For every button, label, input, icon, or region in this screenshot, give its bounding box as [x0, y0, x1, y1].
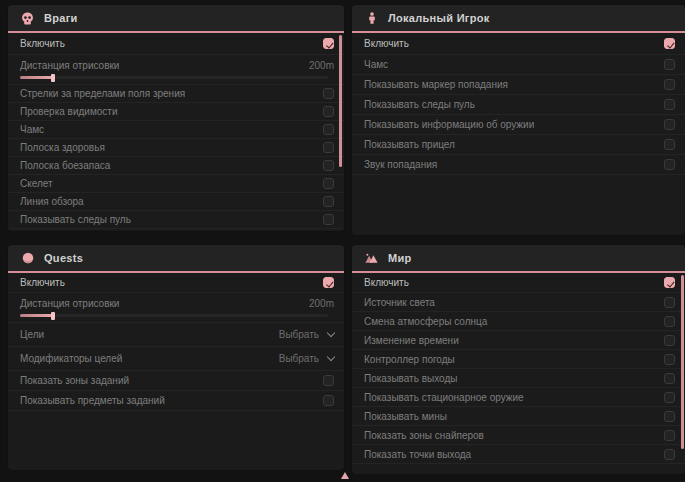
scrollbar[interactable] — [681, 275, 684, 449]
slider-line: Дистанция отрисовки 200m — [20, 58, 334, 72]
option-label: Показывать предметы заданий — [20, 395, 165, 406]
checkbox[interactable] — [323, 178, 334, 189]
checkbox[interactable] — [323, 375, 334, 386]
checkbox[interactable] — [664, 430, 675, 441]
option-label: Чамс — [364, 59, 388, 70]
row-enemies-ammo-bar[interactable]: Полоска боезапаса — [8, 157, 344, 175]
row-enemies-enable[interactable]: Включить — [8, 33, 344, 55]
enemies-draw-distance-slider[interactable] — [20, 76, 328, 79]
checkbox[interactable] — [664, 411, 675, 422]
slider-handle[interactable] — [51, 312, 55, 320]
quests-enable-checkbox[interactable] — [323, 277, 334, 288]
row-local-bullet-trails[interactable]: Показывать следы пуль — [352, 95, 685, 115]
row-local-hit-sound[interactable]: Звук попадания — [352, 155, 685, 175]
row-world-sniper-zones[interactable]: Показать зоны снайперов — [352, 426, 685, 445]
checkbox[interactable] — [664, 59, 675, 70]
checkbox[interactable] — [323, 196, 334, 207]
slider-line: Дистанция отрисовки 200m — [20, 296, 334, 310]
row-enemies-bullet-trails[interactable]: Показывать следы пуль — [8, 211, 344, 229]
slider-handle[interactable] — [51, 74, 55, 82]
option-label: Показывать маркер попадания — [364, 79, 508, 90]
mouse-cursor — [341, 472, 349, 479]
row-enemies-draw-distance: Дистанция отрисовки 200m — [8, 55, 344, 85]
checkbox[interactable] — [323, 88, 334, 99]
option-label: Показывать мины — [364, 411, 447, 422]
option-label: Показать точки выхода — [364, 449, 471, 460]
checkbox[interactable] — [664, 335, 675, 346]
row-world-time-change[interactable]: Изменение времени — [352, 331, 685, 350]
row-world-exits[interactable]: Показывать выходы — [352, 369, 685, 388]
row-world-weather-controller[interactable]: Контроллер погоды — [352, 350, 685, 369]
row-local-weapon-info[interactable]: Показывать информацию об оружии — [352, 115, 685, 135]
option-label: Чамс — [20, 124, 44, 135]
mountain-icon — [364, 251, 379, 266]
row-world-stationary-weapons[interactable]: Показывать стационарное оружие — [352, 388, 685, 407]
checkbox[interactable] — [323, 106, 334, 117]
checkbox[interactable] — [664, 99, 675, 110]
checkbox[interactable] — [664, 354, 675, 365]
option-label: Стрелки за пределами поля зрения — [20, 88, 185, 99]
option-label: Показывать следы пуль — [20, 214, 131, 225]
row-quests-enable[interactable]: Включить — [8, 273, 344, 293]
row-world-light-source[interactable]: Источник света — [352, 293, 685, 312]
panel-world-header[interactable]: Мир — [352, 245, 685, 273]
local-enable-checkbox[interactable] — [664, 38, 675, 49]
goal-modifiers-dropdown[interactable]: Выбрать — [279, 353, 334, 364]
row-quests-items[interactable]: Показывать предметы заданий — [8, 391, 344, 411]
row-world-enable[interactable]: Включить — [352, 273, 685, 293]
option-label: Скелет — [20, 178, 53, 189]
row-quests-goals: Цели Выбрать — [8, 323, 344, 347]
row-world-exit-points[interactable]: Показать точки выхода — [352, 445, 685, 464]
row-local-hit-marker[interactable]: Показывать маркер попадания — [352, 75, 685, 95]
checkbox[interactable] — [323, 214, 334, 225]
scrollbar[interactable] — [339, 35, 342, 167]
checkbox[interactable] — [323, 160, 334, 171]
checkbox[interactable] — [664, 316, 675, 327]
row-local-crosshair[interactable]: Показывать прицел — [352, 135, 685, 155]
option-label: Показать зоны заданий — [20, 375, 129, 386]
option-label: Показывать стационарное оружие — [364, 392, 524, 403]
chevron-down-icon — [327, 353, 335, 361]
checkbox[interactable] — [664, 392, 675, 403]
panel-enemies-header[interactable]: Враги — [8, 5, 344, 33]
panel-local-player-header[interactable]: Локальный Игрок — [352, 5, 685, 33]
row-local-enable[interactable]: Включить — [352, 33, 685, 55]
panel-quests-header[interactable]: Quests — [8, 245, 344, 273]
checkbox[interactable] — [664, 449, 675, 460]
checkbox[interactable] — [664, 139, 675, 150]
enemies-enable-checkbox[interactable] — [323, 38, 334, 49]
panel-enemies-body: Включить Дистанция отрисовки 200m Стрелк… — [8, 33, 344, 229]
checkbox[interactable] — [323, 124, 334, 135]
checkbox[interactable] — [664, 79, 675, 90]
option-label: Линия обзора — [20, 196, 84, 207]
option-label: Звук попадания — [364, 159, 437, 170]
row-local-chams[interactable]: Чамс — [352, 55, 685, 75]
option-label: Показать зоны снайперов — [364, 430, 484, 441]
world-enable-checkbox[interactable] — [664, 277, 675, 288]
checkbox[interactable] — [664, 159, 675, 170]
checkbox[interactable] — [323, 142, 334, 153]
row-enemies-chams[interactable]: Чамс — [8, 121, 344, 139]
row-world-sun-atmosphere[interactable]: Смена атмосферы солнца — [352, 312, 685, 331]
orb-icon — [20, 251, 35, 266]
checkbox[interactable] — [664, 119, 675, 130]
row-enemies-health-bar[interactable]: Полоска здоровья — [8, 139, 344, 157]
row-quests-zones[interactable]: Показать зоны заданий — [8, 371, 344, 391]
row-enemies-line-of-sight[interactable]: Линия обзора — [8, 193, 344, 211]
checkbox[interactable] — [664, 297, 675, 308]
goals-dropdown[interactable]: Выбрать — [279, 329, 334, 340]
panel-local-player: Локальный Игрок Включить Чамс Показывать… — [352, 5, 685, 235]
dropdown-value: Выбрать — [279, 329, 319, 340]
row-enemies-offscreen-arrows[interactable]: Стрелки за пределами поля зрения — [8, 85, 344, 103]
option-label: Контроллер погоды — [364, 354, 455, 365]
row-enemies-skeleton[interactable]: Скелет — [8, 175, 344, 193]
slider-fill — [20, 76, 53, 79]
row-world-mines[interactable]: Показывать мины — [352, 407, 685, 426]
panel-title: Quests — [44, 252, 83, 264]
quests-draw-distance-slider[interactable] — [20, 314, 328, 317]
checkbox[interactable] — [664, 373, 675, 384]
checkbox[interactable] — [323, 395, 334, 406]
panel-world-body: Включить Источник света Смена атмосферы … — [352, 273, 685, 464]
panel-title: Враги — [44, 12, 78, 24]
row-enemies-visibility-check[interactable]: Проверка видимости — [8, 103, 344, 121]
